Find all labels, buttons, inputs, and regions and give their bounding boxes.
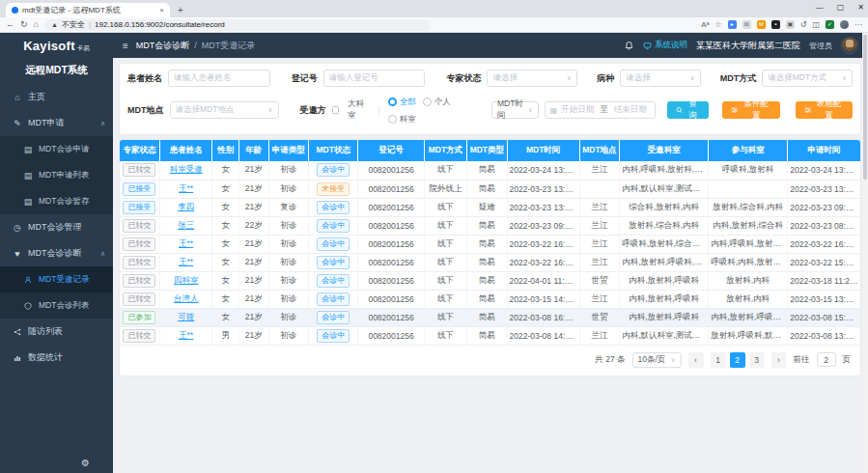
page-size-select[interactable]: 10条/页 ∨ [632,352,682,368]
search-button[interactable]: 查询 [667,101,710,119]
date-range-input[interactable]: ▦ 开始日期 至 结束日期 [545,101,656,119]
back-icon[interactable]: ← [6,20,14,29]
placeholder-text: 请选择 [626,72,651,84]
home-icon: ⌂ [13,93,22,102]
patient-name-link[interactable]: 可筱 [178,312,194,321]
expert-status-cell: 已转交 [120,253,159,271]
invited-depts-cell: 内科,放射科,呼吸科 [620,308,709,326]
records-table-panel: 专家状态患者姓名性别年龄申请类型MDT状态登记号MDT方式MDT类型MDT时间M… [120,140,860,376]
minimize-button[interactable]: — [816,3,824,12]
apply-type-cell: 初诊 [268,326,308,345]
gender-cell: 女 [212,216,239,235]
join-depts-cell: 放射科,内科 [709,271,788,290]
goto-suffix: 页 [843,354,852,366]
sidebar-item-mdt-draft[interactable]: ▤ MDT会诊暂存 [0,188,113,214]
sidebar-item-mdt-consult-apply[interactable]: ▤ MDT会诊申请 [0,136,113,162]
user-avatar[interactable] [841,37,858,54]
patient-name-link[interactable]: 王** [179,238,193,248]
condition-config-button[interactable]: 条件配置 [722,101,779,119]
browser-profile-avatar[interactable] [840,20,849,29]
prev-page-button[interactable]: ‹ [688,352,704,368]
sidebar-item-home[interactable]: ⌂ 主页 [0,84,113,110]
column-header: 参与科室 [709,140,788,161]
patient-name-link[interactable]: 科室受邀 [170,164,203,174]
more-menu-icon[interactable]: ⋯ [854,20,862,29]
extension-icon[interactable]: ▪ [771,20,780,29]
new-tab-button[interactable]: + [178,3,183,17]
mdt-place-cell: 兰江 [579,326,619,345]
mdt-type-cell: 简易 [467,180,507,198]
sidebar-item-mdt-manage[interactable]: ◷ MDT会诊管理 [0,214,113,240]
sidebar-item-mdt-consult-list[interactable]: MDT会诊列表 [0,292,113,319]
column-header: MDT类型 [467,140,507,161]
radio-dot [388,115,397,124]
sidebar-item-statistics[interactable]: 数据统计 [0,345,113,371]
mdt-status-cell: 会诊中 [309,198,358,216]
patient-name-link[interactable]: 李四 [178,202,194,211]
page-number-button[interactable]: 1 [711,352,726,368]
browser-tab[interactable]: mdt受邀记录 - 远程MDT系统 × [6,3,170,17]
favorites-star-icon[interactable]: ☆ [715,20,722,29]
refresh-icon[interactable]: ↻ [20,20,28,29]
sidebar-item-mdt-apply[interactable]: ✎ MDT申请 ∧ [0,110,113,136]
patient-name-link[interactable]: 四科室 [174,275,199,285]
collapse-menu-icon[interactable]: ≡ [123,41,128,51]
register-no-input[interactable]: 请输入登记号 [323,70,426,87]
page-number-button[interactable]: 2 [730,352,745,368]
sidebar-item-mdt-diagnose[interactable]: ♥ MDT会诊诊断 ∧ [0,240,113,266]
page-scrollbar[interactable] [862,33,868,473]
patient-name-input[interactable]: 请输入患者姓名 [168,70,270,87]
patient-name-link[interactable]: 王** [179,330,193,340]
bell-icon[interactable] [624,41,634,51]
scrollbar-thumb[interactable] [863,35,867,180]
url-field[interactable]: ▲ 不安全 | 192.168.0.156:9002/consultate/re… [44,19,431,31]
mdt-time-cell: 2022-03-08 14:10:00 [507,326,579,345]
table-config-button[interactable]: 表格配置 [796,101,853,119]
maximize-button[interactable]: ▢ [837,3,845,12]
patient-name-link[interactable]: 台湾人 [174,293,199,303]
table-config-label: 表格配置 [814,98,844,122]
extension-icon[interactable]: M [757,20,766,29]
read-aloud-icon[interactable]: Aᵃ [701,20,709,29]
gear-icon[interactable]: ⚙ [81,458,90,468]
extension-icon[interactable]: ▸ [728,20,737,29]
big-dept-checkbox-label: 大科室 [348,98,370,122]
patient-name-link[interactable]: 张三 [178,220,194,230]
patient-name-link[interactable]: 王** [179,183,193,193]
big-dept-checkbox[interactable] [332,106,340,114]
close-button[interactable]: ✕ [857,3,864,12]
history-icon[interactable]: ↺ [800,20,807,29]
expert-status-select[interactable]: 请选择 ∨ [487,70,577,87]
patient-name-cell: 王** [159,253,211,271]
expert-status-cell: 已转交 [120,271,159,290]
sidebar-item-mdt-invited-records[interactable]: MDT受邀记录 [0,266,113,292]
mdt-mode-select[interactable]: 请选择MDT方式 ∨ [762,70,853,87]
sidebar-item-followup-list[interactable]: 随访列表 [0,319,113,345]
disease-select[interactable]: 请选择 ∨ [620,70,701,87]
invitee-radio[interactable]: 全部 [388,97,416,108]
extension-icon[interactable]: ⧉ [742,20,751,29]
time-type-select[interactable]: MDT时间 ∨ [491,101,539,119]
table-row: 已转交 张三 女 22岁 初诊 会诊中 0082001256 线下 简易 202… [120,216,860,235]
tab-close-icon[interactable]: × [159,6,164,14]
patient-name-link[interactable]: 王** [179,257,193,266]
sidebar-item-mdt-apply-list[interactable]: ▤ MDT申请列表 [0,162,113,188]
column-header: 申请类型 [268,140,308,161]
apply-type-cell: 初诊 [268,290,308,308]
apply-type-cell: 初诊 [268,235,308,253]
time-type-value: MDT时间 [497,98,524,122]
radio-dot [423,97,432,106]
mdt-status-cell: 会诊中 [309,271,358,290]
mdt-place-select[interactable]: 请选择MDT地点 ∨ [170,101,279,119]
goto-page-input[interactable] [817,352,836,367]
page-number-button[interactable]: 3 [749,352,765,368]
invitee-radio[interactable]: 个人 [423,97,451,108]
extension-icon[interactable]: ▣ [786,20,795,29]
home-icon[interactable]: ⌂ [34,20,39,29]
mdt-type-cell: 简易 [467,253,507,271]
invitee-radio[interactable]: 科室 [388,114,416,125]
split-screen-icon[interactable]: ◫ [812,20,820,29]
extension-icon[interactable]: ✓ [826,20,834,29]
system-help-link[interactable]: 系统说明 [643,40,687,51]
next-page-button[interactable]: › [771,352,787,368]
